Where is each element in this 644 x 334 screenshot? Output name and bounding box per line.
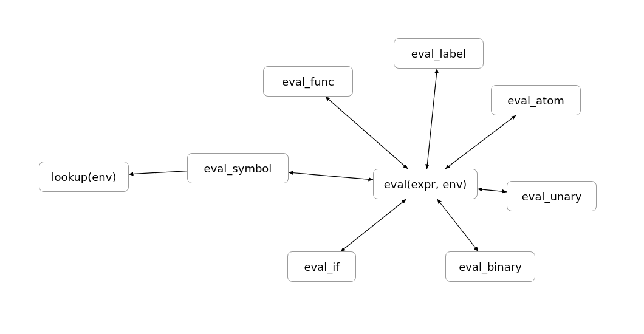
node-label: eval_func: [282, 75, 334, 88]
node-eval-if: eval_if: [287, 251, 356, 282]
node-eval-symbol: eval_symbol: [187, 153, 289, 183]
edge-eval-eval_if: [341, 199, 406, 251]
node-label: eval(expr, env): [384, 178, 467, 191]
edge-eval-eval_symbol: [289, 172, 373, 180]
edge-eval-eval_unary: [478, 189, 507, 192]
node-label: eval_if: [304, 261, 339, 273]
node-label: eval_symbol: [204, 162, 272, 175]
node-eval: eval(expr, env): [373, 169, 478, 199]
node-label: eval_unary: [522, 190, 582, 203]
node-eval-func: eval_func: [263, 66, 353, 97]
node-label: eval_atom: [507, 94, 564, 107]
node-label: eval_binary: [459, 261, 522, 273]
edge-eval-eval_func: [326, 97, 408, 169]
node-eval-label: eval_label: [394, 38, 484, 69]
node-eval-unary: eval_unary: [507, 181, 597, 211]
edge-eval_symbol-lookup: [129, 171, 187, 174]
node-eval-binary: eval_binary: [445, 251, 535, 282]
node-label: eval_label: [411, 47, 466, 60]
node-eval-atom: eval_atom: [491, 85, 581, 115]
node-lookup: lookup(env): [39, 162, 129, 192]
node-label: lookup(env): [52, 171, 117, 183]
edge-eval-eval_atom: [445, 115, 516, 169]
edge-eval-eval_binary: [437, 199, 479, 251]
edge-eval-eval_label: [427, 69, 437, 169]
